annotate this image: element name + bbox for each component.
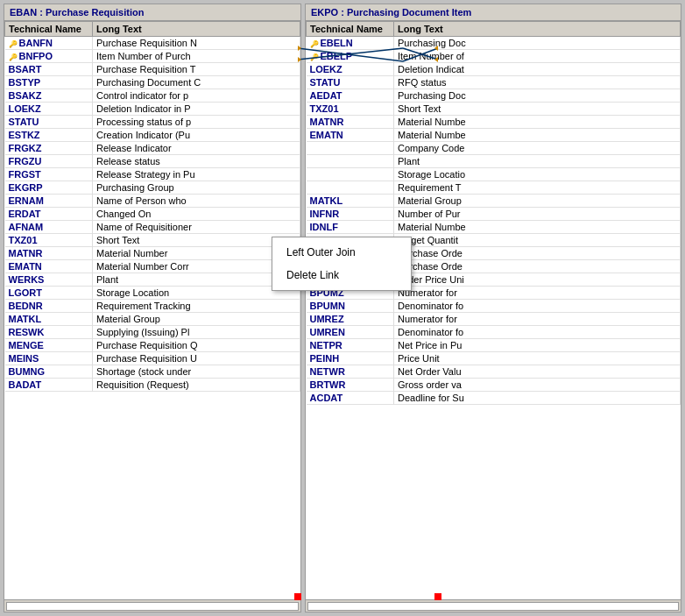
left-table-row[interactable]: ERDATChanged On	[5, 208, 300, 221]
left-panel: EBAN : Purchase Requisition Technical Na…	[4, 4, 301, 612]
right-table-row[interactable]: IDNLFMaterial Numbe	[307, 221, 681, 234]
left-table-row[interactable]: FRGSTRelease Strategy in Pu	[5, 168, 300, 181]
right-tech-name: UMREZ	[307, 313, 394, 326]
left-table-row[interactable]: BSARTPurchase Requisition T	[5, 63, 300, 76]
left-table-row[interactable]: LOEKZDeletion Indicator in P	[5, 103, 300, 116]
right-tech-name: TXZ01	[307, 103, 394, 116]
right-horiz-track	[307, 602, 679, 611]
left-scroll-wrapper[interactable]: Technical Name Long Text 🔑BANFNPurchase …	[4, 21, 300, 538]
right-long-text: Purchasing Doc	[394, 37, 681, 50]
left-table-row[interactable]: TXZ01Short Text	[5, 234, 300, 247]
right-long-text: Requirement T	[394, 181, 681, 195]
right-red-marker	[434, 593, 441, 600]
right-long-text: Material Numbe	[394, 116, 681, 129]
left-table: Technical Name Long Text 🔑BANFNPurchase …	[4, 21, 300, 392]
right-scrollbar-horiz[interactable]	[306, 599, 681, 612]
right-long-text: Net Price in Pu	[394, 339, 681, 352]
left-table-row[interactable]: MATKLMaterial Group	[5, 313, 300, 326]
right-table-row[interactable]: STATURFQ status	[307, 76, 681, 89]
right-table-row[interactable]: Requirement T	[307, 181, 681, 195]
left-table-row[interactable]: WERKSPlant	[5, 273, 300, 287]
right-long-text: Short Text	[394, 103, 681, 116]
right-table-row[interactable]: INFNRNumber of Pur	[307, 208, 681, 221]
right-table-row[interactable]: Storage Locatio	[307, 168, 681, 181]
right-table-row[interactable]: MATKLMaterial Group	[307, 195, 681, 208]
right-long-text: Price Unit	[394, 352, 681, 365]
right-table-row[interactable]: BRTWRGross order va	[307, 379, 681, 392]
right-long-text: Purchase Orde	[394, 247, 681, 260]
left-long-text: Processing status of p	[93, 116, 300, 129]
left-table-row[interactable]: STATUProcessing status of p	[5, 116, 300, 129]
left-table-row[interactable]: MENGEPurchase Requisition Q	[5, 339, 300, 352]
left-scrollbar-horiz[interactable]	[4, 599, 300, 612]
left-tech-name: BADAT	[5, 379, 93, 392]
right-table-row[interactable]: 🔑EBELPItem Number of	[307, 50, 681, 63]
right-table-row[interactable]: UMREZNumerator for	[307, 313, 681, 326]
right-table-row[interactable]: EMATNMaterial Numbe	[307, 129, 681, 142]
right-tech-name: LOEKZ	[307, 63, 394, 76]
left-panel-title: EBAN : Purchase Requisition	[4, 4, 300, 21]
left-table-row[interactable]: LGORTStorage Location	[5, 287, 300, 300]
left-table-row[interactable]: BADATRequisition (Request)	[5, 379, 300, 392]
left-long-text: Plant	[93, 273, 300, 287]
left-table-row[interactable]: EMATNMaterial Number Corr	[5, 260, 300, 273]
left-long-text: Requirement Tracking	[93, 300, 300, 313]
left-header-tech: Technical Name	[5, 22, 93, 37]
left-tech-name: BSTYP	[5, 76, 93, 89]
left-tech-name: BSAKZ	[5, 89, 93, 103]
left-table-row[interactable]: BUMNGShortage (stock under	[5, 365, 300, 379]
left-long-text: Purchase Requisition T	[93, 63, 300, 76]
right-table-row[interactable]: MATNRMaterial Numbe	[307, 116, 681, 129]
right-table-row[interactable]: TXZ01Short Text	[307, 103, 681, 116]
left-table-row[interactable]: ERNAMName of Person who	[5, 195, 300, 208]
left-table-row[interactable]: AFNAMName of Requisitioner	[5, 221, 300, 234]
context-menu-delete-link[interactable]: Delete Link	[272, 264, 411, 287]
right-table-row[interactable]: Plant	[307, 155, 681, 168]
right-tech-name: BPUMN	[307, 300, 394, 313]
left-long-text: Short Text	[93, 234, 300, 247]
left-table-row[interactable]: RESWKSupplying (Issuing) Pl	[5, 326, 300, 339]
right-table-row[interactable]: AEDATPurchasing Doc	[307, 89, 681, 103]
left-table-row[interactable]: MATNRMaterial Number	[5, 247, 300, 260]
left-tech-name: ESTKZ	[5, 129, 93, 142]
left-table-row[interactable]: ESTKZCreation Indicator (Pu	[5, 129, 300, 142]
right-table-row[interactable]: 🔑EBELNPurchasing Doc	[307, 37, 681, 50]
right-tech-name: EMATN	[307, 129, 394, 142]
right-long-text: Material Group	[394, 195, 681, 208]
key-icon: 🔑	[310, 53, 319, 61]
right-header-tech: Technical Name	[307, 22, 394, 37]
left-table-row[interactable]: 🔑BANFNPurchase Requisition N	[5, 37, 300, 50]
left-table-row[interactable]: MEINSPurchase Requisition U	[5, 352, 300, 365]
right-long-text: Gross order va	[394, 379, 681, 392]
left-tech-name: AFNAM	[5, 221, 93, 234]
right-tech-name: STATU	[307, 76, 394, 89]
right-table-row[interactable]: LOEKZDeletion Indicat	[307, 63, 681, 76]
right-table-row[interactable]: NETPRNet Price in Pu	[307, 339, 681, 352]
right-table-row[interactable]: PEINHPrice Unit	[307, 352, 681, 365]
left-tech-name: BUMNG	[5, 365, 93, 379]
right-table-row[interactable]: BPUMNDenominator fo	[307, 300, 681, 313]
left-long-text: Purchase Requisition U	[93, 352, 300, 365]
right-table-row[interactable]: Company Code	[307, 142, 681, 155]
left-tech-name: FRGKZ	[5, 142, 93, 155]
left-long-text: Release status	[93, 155, 300, 168]
left-tech-name: ERNAM	[5, 195, 93, 208]
left-table-row[interactable]: FRGZURelease status	[5, 155, 300, 168]
left-table-row[interactable]: EKGRPPurchasing Group	[5, 181, 300, 195]
right-table-container: Technical Name Long Text 🔑EBELNPurchasin…	[306, 21, 681, 599]
left-tech-name: WERKS	[5, 273, 93, 287]
left-long-text: Creation Indicator (Pu	[93, 129, 300, 142]
left-table-row[interactable]: BEDNRRequirement Tracking	[5, 300, 300, 313]
right-table-row[interactable]: ACDATDeadline for Su	[307, 392, 681, 405]
right-long-text: Denominator fo	[394, 300, 681, 313]
right-table-row[interactable]: NETWRNet Order Valu	[307, 365, 681, 379]
left-table-row[interactable]: BSAKZControl indicator for p	[5, 89, 300, 103]
left-table-row[interactable]: 🔑BNFPOItem Number of Purch	[5, 50, 300, 63]
right-long-text: Material Numbe	[394, 221, 681, 234]
right-table-row[interactable]: UMRENDenominator fo	[307, 326, 681, 339]
left-long-text: Deletion Indicator in P	[93, 103, 300, 116]
context-menu-left-outer-join[interactable]: Left Outer Join	[272, 241, 411, 264]
left-table-row[interactable]: FRGKZRelease Indicator	[5, 142, 300, 155]
right-tech-name: ACDAT	[307, 392, 394, 405]
left-table-row[interactable]: BSTYPPurchasing Document C	[5, 76, 300, 89]
